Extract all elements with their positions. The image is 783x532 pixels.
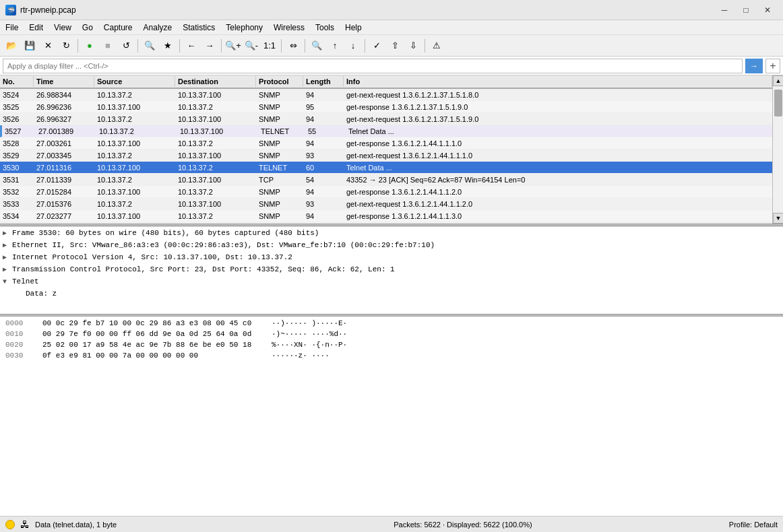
- detail-text: Internet Protocol Version 4, Src: 10.13.…: [12, 253, 292, 261]
- expert-info-button[interactable]: ⚠: [428, 38, 445, 54]
- cell-time: 26.996236: [34, 102, 94, 112]
- cell-no: 3535: [0, 224, 34, 224]
- previous-mark-button[interactable]: ⇧: [386, 38, 404, 54]
- detail-row[interactable]: ▶Transmission Control Protocol, Src Port…: [0, 263, 783, 275]
- close-capture-button[interactable]: ✕: [39, 38, 57, 54]
- resize-columns-button[interactable]: ⇔: [284, 38, 302, 54]
- col-header-info[interactable]: Info: [344, 76, 772, 87]
- find-packet-button[interactable]: 🔍: [308, 38, 325, 54]
- menu-file[interactable]: File: [0, 20, 24, 35]
- packet-list-scrollbar[interactable]: ▲ ▼: [772, 75, 783, 224]
- find-previous-button[interactable]: ↑: [326, 38, 344, 54]
- detail-row[interactable]: Data: z: [0, 288, 783, 300]
- col-header-protocol[interactable]: Protocol: [256, 76, 303, 87]
- separator-7: [365, 39, 365, 53]
- start-capture-button[interactable]: ●: [81, 38, 98, 54]
- separator-3: [179, 39, 180, 53]
- cell-destination: 10.13.37.2: [175, 163, 256, 172]
- col-header-length[interactable]: Length: [303, 76, 344, 87]
- menu-telephony[interactable]: Telephony: [220, 20, 268, 35]
- filter-toolbar-button[interactable]: 🔍: [141, 38, 158, 54]
- reload-button[interactable]: ↻: [57, 38, 75, 54]
- menu-wireless[interactable]: Wireless: [268, 20, 310, 35]
- detail-row[interactable]: ▼Telnet: [0, 275, 783, 288]
- cell-info: get-next-request 1.3.6.1.2.1.37.1.5.1.9.…: [344, 114, 772, 124]
- col-header-no[interactable]: No.: [0, 76, 34, 87]
- toolbar: 📂 💾 ✕ ↻ ● ■ ↺ 🔍 ★ ← → 🔍+ 🔍- 1:1 ⇔ 🔍 ↑ ↓ …: [0, 35, 783, 57]
- menu-statistics[interactable]: Statistics: [177, 20, 220, 35]
- cell-time: 26.988344: [34, 90, 94, 100]
- packet-row[interactable]: 3527 27.001389 10.13.37.2 10.13.37.100 T…: [0, 125, 772, 137]
- restart-capture-button[interactable]: ↺: [117, 38, 135, 54]
- detail-text: Transmission Control Protocol, Src Port:…: [12, 265, 395, 273]
- detail-row[interactable]: ▶Frame 3530: 60 bytes on wire (480 bits)…: [0, 227, 783, 239]
- scroll-thumb[interactable]: [774, 90, 782, 117]
- scroll-up-button[interactable]: ▲: [773, 75, 783, 86]
- detail-row[interactable]: ▶Internet Protocol Version 4, Src: 10.13…: [0, 251, 783, 263]
- display-filter-input[interactable]: [3, 59, 743, 73]
- save-button[interactable]: 💾: [21, 38, 38, 54]
- packet-row[interactable]: 3526 26.996327 10.13.37.2 10.13.37.100 S…: [0, 113, 772, 125]
- filter-apply-button[interactable]: →: [745, 59, 763, 73]
- packet-row[interactable]: 3524 26.988344 10.13.37.2 10.13.37.100 S…: [0, 89, 772, 101]
- back-button[interactable]: ←: [183, 38, 200, 54]
- scroll-down-button[interactable]: ▼: [773, 213, 783, 224]
- cell-protocol: SNMP: [256, 114, 303, 124]
- menu-view[interactable]: View: [49, 20, 77, 35]
- filter-add-button[interactable]: +: [765, 59, 780, 73]
- packet-row[interactable]: 3534 27.023277 10.13.37.100 10.13.37.2 S…: [0, 210, 772, 222]
- packet-row[interactable]: 3535 27.023357 10.13.37.2 10.13.37.100 S…: [0, 222, 772, 224]
- zoom-normal-button[interactable]: 1:1: [261, 38, 278, 54]
- col-header-time[interactable]: Time: [34, 76, 94, 87]
- cell-info: Telnet Data ...: [346, 127, 772, 136]
- forward-button[interactable]: →: [201, 38, 218, 54]
- stop-capture-button[interactable]: ■: [99, 38, 117, 54]
- hex-row: 001000 29 7e f0 00 00 ff 06 dd 9e 0a 0d …: [5, 330, 778, 341]
- packet-row[interactable]: 3531 27.011339 10.13.37.2 10.13.37.100 T…: [0, 174, 772, 186]
- minimize-button[interactable]: ─: [714, 3, 734, 17]
- cell-protocol: TELNET: [256, 163, 303, 172]
- hex-bytes: 00 29 7e f0 00 00 ff 06 dd 9e 0a 0d 25 6…: [42, 330, 258, 341]
- scroll-track[interactable]: [773, 86, 783, 213]
- packet-row[interactable]: 3530 27.011316 10.13.37.100 10.13.37.2 T…: [0, 162, 772, 174]
- filter-expressions-button[interactable]: ★: [159, 38, 177, 54]
- cell-info: get-response 1.3.6.1.2.1.44.1.1.1.0: [344, 139, 772, 148]
- packet-row[interactable]: 3533 27.015376 10.13.37.2 10.13.37.100 S…: [0, 198, 772, 210]
- cell-info: get-next-request 1.3.6.1.2.1.37.1.5.1.8.…: [344, 90, 772, 100]
- find-next-button[interactable]: ↓: [344, 38, 362, 54]
- zoom-in-button[interactable]: 🔍+: [224, 38, 242, 54]
- mark-packet-button[interactable]: ✓: [368, 38, 385, 54]
- menu-tools[interactable]: Tools: [310, 20, 340, 35]
- detail-row[interactable]: ▶Ethernet II, Src: VMware_86:a3:e3 (00:0…: [0, 239, 783, 251]
- cell-source: 10.13.37.2: [94, 199, 175, 209]
- cell-protocol: SNMP: [256, 139, 303, 148]
- status-bar: 🖧 Data (telnet.data), 1 byte Packets: 56…: [0, 516, 783, 532]
- menu-analyze[interactable]: Analyze: [138, 20, 178, 35]
- tree-expander: ▶: [3, 265, 12, 273]
- menu-capture[interactable]: Capture: [98, 20, 138, 35]
- cell-time: 27.003345: [34, 151, 94, 160]
- packet-row[interactable]: 3532 27.015284 10.13.37.100 10.13.37.2 S…: [0, 186, 772, 198]
- close-button[interactable]: ✕: [757, 3, 778, 17]
- open-button[interactable]: 📂: [3, 38, 20, 54]
- cell-time: 27.015376: [34, 199, 94, 209]
- cell-length: 94: [303, 187, 344, 197]
- menu-go[interactable]: Go: [77, 20, 98, 35]
- menu-help[interactable]: Help: [340, 20, 367, 35]
- col-header-destination[interactable]: Destination: [175, 76, 256, 87]
- window-title: rtr-pwneip.pcap: [20, 5, 76, 15]
- packet-row[interactable]: 3525 26.996236 10.13.37.100 10.13.37.2 S…: [0, 101, 772, 113]
- detail-text: Ethernet II, Src: VMware_86:a3:e3 (00:0c…: [12, 241, 435, 249]
- cell-protocol: SNMP: [256, 224, 303, 224]
- next-mark-button[interactable]: ⇩: [404, 38, 422, 54]
- zoom-out-button[interactable]: 🔍-: [243, 38, 260, 54]
- network-icon: 🖧: [20, 519, 30, 530]
- col-header-source[interactable]: Source: [94, 76, 175, 87]
- packet-row[interactable]: 3529 27.003345 10.13.37.2 10.13.37.100 S…: [0, 149, 772, 162]
- packet-count-text: Packets: 5622 · Displayed: 5622 (100.0%): [394, 521, 532, 529]
- maximize-button[interactable]: □: [736, 3, 756, 17]
- packet-row[interactable]: 3528 27.003261 10.13.37.100 10.13.37.2 S…: [0, 137, 772, 149]
- cell-length: 95: [303, 102, 344, 112]
- menu-edit[interactable]: Edit: [24, 20, 49, 35]
- hex-row: 002025 02 00 17 a9 58 4e ac 9e 7b 88 6e …: [5, 341, 778, 352]
